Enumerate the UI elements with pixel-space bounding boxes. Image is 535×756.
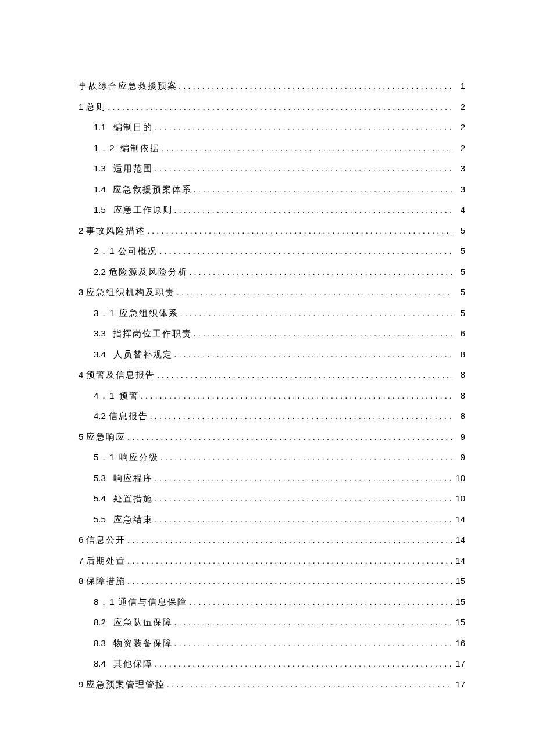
toc-entry: 5.3响应程序10 (79, 474, 465, 483)
toc-leader-dots (147, 226, 452, 235)
toc-entry-number: 8 (79, 576, 83, 585)
toc-entry-title: 编制依据 (120, 144, 160, 153)
toc-entry-page: 3 (454, 164, 465, 173)
toc-entry-number: 5.3 (94, 474, 106, 482)
toc-entry-title: 物资装备保障 (113, 639, 173, 648)
toc-leader-dots (155, 164, 452, 173)
toc-entry-title: 应急组织机构及职责 (86, 288, 175, 297)
toc-entry-page: 14 (454, 535, 465, 544)
toc-entry-page: 8 (454, 411, 465, 420)
toc-leader-dots (174, 205, 452, 214)
toc-entry-number: 4 (79, 370, 83, 379)
toc-entry: 8.2应急队伍保障15 (79, 618, 465, 627)
toc-entry-title: 保障措施 (86, 577, 126, 586)
toc-leader-dots (179, 81, 452, 90)
toc-entry-number: 3．1 (94, 309, 116, 317)
toc-entry: 1.5应急工作原则4 (79, 205, 465, 214)
toc-entry: 1.3适用范围3 (79, 164, 465, 173)
toc-entry-page: 4 (454, 205, 465, 214)
toc-entry-page: 6 (454, 329, 465, 338)
toc-entry: 7后期处置14 (79, 556, 465, 565)
toc-leader-dots (160, 453, 452, 461)
toc-entry-title: 响应分级 (119, 453, 159, 462)
toc-leader-dots (149, 411, 452, 420)
toc-entry: 事故综合应急救援预案1 (79, 81, 465, 91)
toc-leader-dots (194, 185, 452, 194)
toc-entry-number: 2．1 (94, 246, 116, 255)
toc-entry-page: 9 (454, 432, 465, 441)
toc-leader-dots (180, 309, 452, 317)
toc-entry-number: 1.5 (94, 205, 106, 214)
toc-entry-title: 通信与信息保障 (118, 598, 187, 607)
toc-leader-dots (162, 144, 452, 152)
toc-leader-dots (174, 618, 452, 626)
toc-entry-title: 应急预案管理管控 (86, 680, 165, 689)
toc-entry-number: 2 (79, 226, 83, 235)
toc-leader-dots (155, 474, 452, 482)
toc-entry-title: 响应程序 (113, 474, 153, 483)
toc-entry-number: 3.3 (94, 329, 106, 338)
toc-entry-title: 编制目的 (113, 123, 153, 132)
toc-entry-title: 应急组织体系 (119, 309, 179, 318)
toc-entry: 5.4处置措施10 (79, 494, 465, 503)
toc-entry-number: 8．1 (94, 597, 116, 606)
toc-entry: 9应急预案管理管控17 (79, 680, 465, 689)
toc-entry-title: 应急工作原则 (113, 206, 173, 214)
toc-entry-title: 应急队伍保障 (113, 618, 173, 627)
toc-entry: 3.4人员替补规定8 (79, 350, 465, 359)
toc-entry-title: 总则 (86, 103, 106, 112)
toc-entry-page: 8 (454, 350, 465, 359)
toc-entry: 5.5应急结束14 (79, 515, 465, 524)
toc-entry-page: 10 (454, 474, 465, 482)
toc-entry: 1．2编制依据2 (79, 144, 465, 153)
toc-entry-number: 5 (79, 432, 83, 441)
toc-entry: 8．1通信与信息保障15 (79, 597, 465, 607)
toc-entry-title: 后期处置 (86, 557, 126, 565)
toc-leader-dots (108, 102, 452, 111)
toc-entry: 1.4应急救援预案体系3 (79, 185, 465, 194)
toc-entry-page: 9 (454, 453, 465, 461)
toc-entry-number: 4.2 (94, 411, 106, 420)
toc-entry-number: 1．2 (94, 144, 116, 152)
toc-entry-page: 15 (454, 576, 465, 585)
toc-entry-page: 15 (454, 618, 465, 626)
toc-entry-number: 2.2 (94, 267, 106, 276)
toc-entry: 6信息公开14 (79, 535, 465, 544)
toc-entry: 1总则2 (79, 102, 465, 112)
toc-entry-title: 适用范围 (113, 164, 153, 173)
toc-entry-number: 9 (79, 680, 83, 689)
toc-entry-title: 其他保障 (113, 660, 153, 668)
toc-entry-page: 5 (454, 246, 465, 255)
toc-entry-number: 5.5 (94, 515, 106, 524)
toc-entry-page: 1 (454, 81, 465, 90)
toc-entry: 3.3指挥岗位工作职责6 (79, 329, 465, 338)
toc-entry-title: 应急响应 (86, 433, 126, 442)
toc-entry-page: 17 (454, 680, 465, 689)
toc-entry-title: 预警 (119, 392, 139, 400)
toc-entry: 2.2危险源及风险分析5 (79, 267, 465, 277)
document-page: 事故综合应急救援预案11总则21.1编制目的21．2编制依据21.3适用范围31… (0, 0, 535, 756)
toc-entry-number: 1 (79, 102, 83, 111)
toc-entry-page: 2 (454, 144, 465, 152)
toc-entry-number: 1.3 (94, 164, 106, 173)
toc-entry-title: 事故风险描述 (86, 227, 145, 235)
toc-entry-title: 应急结束 (113, 515, 153, 524)
toc-entry-page: 17 (454, 659, 465, 668)
toc-entry-page: 5 (454, 288, 465, 296)
toc-leader-dots (167, 680, 452, 689)
toc-leader-dots (189, 267, 452, 276)
toc-entry-page: 5 (454, 309, 465, 317)
toc-entry-title: 指挥岗位工作职责 (113, 329, 192, 338)
toc-leader-dots (174, 350, 452, 359)
toc-entry: 3．1应急组织体系5 (79, 309, 465, 318)
toc-leader-dots (141, 391, 452, 400)
toc-entry: 4预警及信息报告8 (79, 370, 465, 379)
toc-entry-number: 1.4 (94, 185, 106, 194)
toc-leader-dots (127, 432, 452, 441)
toc-entry: 2事故风险描述5 (79, 226, 465, 235)
toc-entry: 3应急组织机构及职责5 (79, 288, 465, 297)
toc-entry-title: 事故综合应急救援预案 (79, 82, 177, 91)
toc-entry: 1.1编制目的2 (79, 123, 465, 132)
toc-entry-number: 6 (79, 535, 83, 544)
toc-entry-page: 5 (454, 226, 465, 235)
